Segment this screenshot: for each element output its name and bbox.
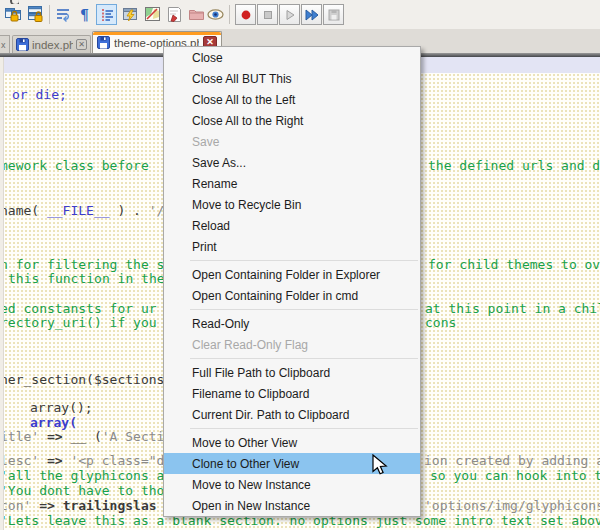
menu-separator — [164, 257, 420, 264]
code-line: array(); — [30, 400, 93, 415]
code-line: at this point in a child — [425, 301, 600, 316]
menu-item-reload[interactable]: Reload — [164, 215, 420, 236]
show-all-characters-icon[interactable]: ¶ — [76, 6, 93, 23]
tab-close-icon[interactable]: x — [1, 40, 6, 50]
macro-play-icon — [279, 4, 300, 25]
menu-item-rename[interactable]: Rename — [164, 173, 420, 194]
code-line: 'options/img/glyphicons, — [424, 498, 600, 513]
menu-item-close-all-but-this[interactable]: Close All BUT This — [164, 68, 420, 89]
file-monitoring-eye-icon[interactable] — [207, 6, 224, 23]
code-line: itle' => __ ('A Secti — [0, 429, 164, 444]
code-line: for child themes to ove — [428, 257, 600, 272]
folder-as-workspace-icon[interactable] — [188, 6, 205, 23]
menu-item-close[interactable]: Close — [164, 47, 420, 68]
menu-item-full-file-path-to-clipboard[interactable]: Full File Path to Clipboard — [164, 362, 420, 383]
menu-item-close-all-to-the-left[interactable]: Close All to the Left — [164, 89, 420, 110]
document-map-icon[interactable] — [144, 6, 161, 23]
code-line: mework class before — [0, 158, 149, 173]
code-line: 'You dont have to tho — [0, 483, 164, 498]
code-line: name( __FILE__ ) . '/ — [0, 203, 164, 218]
code-line: this function in the — [8, 271, 165, 286]
menu-item-open-containing-folder-in-explorer[interactable]: Open Containing Folder in Explorer — [164, 264, 420, 285]
mouse-cursor — [372, 454, 390, 478]
code-line: the defined urls and di — [428, 158, 600, 173]
editor-left-margin — [0, 57, 4, 530]
code-line: or die; — [12, 87, 67, 102]
tab-close-icon[interactable]: ✕ — [76, 39, 87, 50]
code-line: rectory_uri() if you — [0, 315, 157, 330]
menu-item-print[interactable]: Print — [164, 236, 420, 257]
code-line: ner_section($sections — [0, 372, 164, 387]
menu-item-close-all-to-the-right[interactable]: Close All to the Right — [164, 110, 420, 131]
menu-item-move-to-other-view[interactable]: Move to Other View — [164, 432, 420, 453]
menu-item-save-as[interactable]: Save As... — [164, 152, 420, 173]
tab-clipped-left[interactable]: x — [0, 35, 10, 53]
code-line: lesc' => '<p class="d — [0, 453, 164, 468]
menu-item-current-dir-path-to-clipboard[interactable]: Current Dir. Path to Clipboard — [164, 404, 420, 425]
menu-item-read-only[interactable]: Read-Only — [164, 313, 420, 334]
macro-save-icon — [323, 4, 344, 25]
macro-record-icon[interactable] — [235, 4, 256, 25]
menu-item-clear-read-only-flag: Clear Read-Only Flag — [164, 334, 420, 355]
indent-guide-icon[interactable] — [96, 4, 117, 25]
macro-stop-icon — [257, 4, 278, 25]
saved-file-icon — [16, 38, 29, 51]
menu-separator — [164, 425, 420, 432]
code-line: so you can hook into th — [430, 468, 600, 483]
user-language-flash-icon[interactable] — [122, 6, 139, 23]
menu-item-save: Save — [164, 131, 420, 152]
toolbar: ¶ — [0, 0, 600, 29]
notepad-plus-plus-window: { "toolbar": { "icons": [ {"name": "sync… — [0, 0, 600, 530]
word-wrap-icon[interactable] — [55, 6, 72, 23]
code-line: array( — [30, 415, 77, 430]
menu-separator — [164, 306, 420, 313]
toolbar-separator — [49, 5, 50, 24]
tab-label: index.php — [32, 39, 73, 51]
code-line: con' => trailingslas — [0, 498, 157, 513]
menu-item-move-to-recycle-bin[interactable]: Move to Recycle Bin — [164, 194, 420, 215]
code-line: cons — [425, 315, 456, 330]
saved-file-icon — [97, 36, 110, 49]
sync-vertical-scroll-icon[interactable] — [5, 6, 22, 23]
code-line: 'all the glyphicons a — [0, 468, 164, 483]
code-line: ion created by adding a — [424, 453, 600, 468]
code-line: n for filtering the s — [0, 257, 164, 272]
macro-run-multiple-icon[interactable] — [301, 4, 322, 25]
menu-item-filename-to-clipboard[interactable]: Filename to Clipboard — [164, 383, 420, 404]
tab-context-menu: CloseClose All BUT ThisClose All to the … — [163, 46, 421, 517]
toolbar-separator — [229, 5, 230, 24]
menu-separator — [164, 355, 420, 362]
code-line: ed constansts for ur — [0, 301, 157, 316]
menu-item-open-containing-folder-in-cmd[interactable]: Open Containing Folder in cmd — [164, 285, 420, 306]
sync-horizontal-scroll-icon[interactable] — [27, 6, 44, 23]
tab-index-php[interactable]: index.php ✕ — [12, 35, 91, 53]
menu-item-open-in-new-instance[interactable]: Open in New Instance — [164, 495, 420, 516]
svg-text:¶: ¶ — [80, 7, 89, 23]
function-list-icon[interactable] — [166, 6, 183, 23]
clipped-menu-text-fragment — [10, 0, 19, 4]
